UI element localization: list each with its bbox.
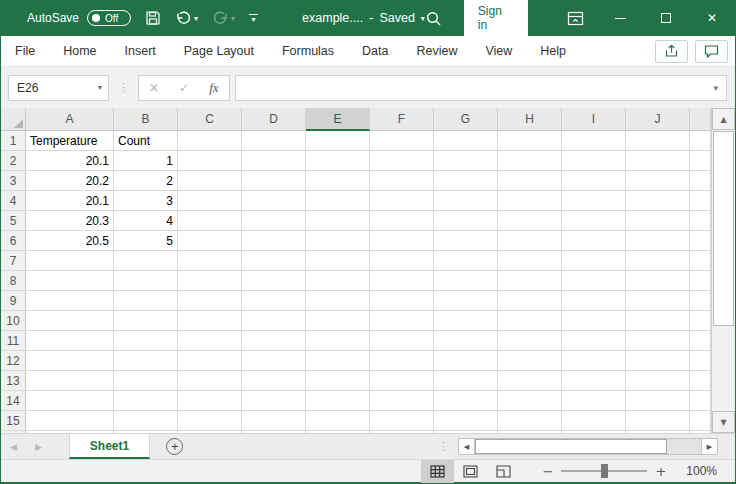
cell-J1[interactable] <box>626 131 690 151</box>
zoom-slider-thumb[interactable] <box>601 464 608 478</box>
document-title[interactable]: example.... - Saved ▾ <box>302 11 425 25</box>
cell-I4[interactable] <box>562 191 626 211</box>
cell-D3[interactable] <box>242 171 306 191</box>
redo-dropdown-icon[interactable]: ▾ <box>231 14 235 23</box>
row-header-9[interactable]: 9 <box>1 291 26 311</box>
cell-A11[interactable] <box>26 331 114 351</box>
horizontal-scroll-thumb[interactable] <box>475 439 667 454</box>
tab-review[interactable]: Review <box>402 36 471 66</box>
cancel-entry-icon[interactable]: ✕ <box>149 81 159 95</box>
cell-J14[interactable] <box>626 391 690 411</box>
cell-F14[interactable] <box>370 391 434 411</box>
cell-H11[interactable] <box>498 331 562 351</box>
cell-D4[interactable] <box>242 191 306 211</box>
scroll-down-icon[interactable]: ▼ <box>712 411 735 433</box>
cell-C11[interactable] <box>178 331 242 351</box>
close-button[interactable]: ✕ <box>689 0 735 36</box>
cell-I12[interactable] <box>562 351 626 371</box>
cell-B7[interactable] <box>114 251 178 271</box>
cell-H15[interactable] <box>498 411 562 431</box>
cell-B11[interactable] <box>114 331 178 351</box>
cell-J4[interactable] <box>626 191 690 211</box>
cell-A10[interactable] <box>26 311 114 331</box>
cell-J3[interactable] <box>626 171 690 191</box>
column-header-A[interactable]: A <box>26 108 114 131</box>
cell-J6[interactable] <box>626 231 690 251</box>
cell-H10[interactable] <box>498 311 562 331</box>
cell-A9[interactable] <box>26 291 114 311</box>
cell-G7[interactable] <box>434 251 498 271</box>
cell-F12[interactable] <box>370 351 434 371</box>
cell-C13[interactable] <box>178 371 242 391</box>
cell-E10[interactable] <box>306 311 370 331</box>
column-header-J[interactable]: J <box>626 108 690 131</box>
name-box-dropdown-icon[interactable]: ▾ <box>98 83 102 92</box>
cell-B9[interactable] <box>114 291 178 311</box>
cell-I7[interactable] <box>562 251 626 271</box>
tabbar-resize-dots-icon[interactable]: ⋮ <box>438 440 449 453</box>
zoom-out-icon[interactable]: − <box>534 464 561 479</box>
cell-B12[interactable] <box>114 351 178 371</box>
column-header-C[interactable]: C <box>178 108 242 131</box>
vertical-scroll-thumb[interactable] <box>713 131 734 326</box>
tab-file[interactable]: File <box>1 36 49 66</box>
save-button[interactable] <box>145 10 161 26</box>
cell-partial-3[interactable] <box>690 171 711 191</box>
row-header-1[interactable]: 1 <box>1 131 26 151</box>
cell-C2[interactable] <box>178 151 242 171</box>
tab-data[interactable]: Data <box>348 36 402 66</box>
cell-D6[interactable] <box>242 231 306 251</box>
cell-partial-13[interactable] <box>690 371 711 391</box>
cell-F7[interactable] <box>370 251 434 271</box>
cell-J2[interactable] <box>626 151 690 171</box>
cell-I15[interactable] <box>562 411 626 431</box>
cell-G14[interactable] <box>434 391 498 411</box>
row-header-4[interactable]: 4 <box>1 191 26 211</box>
cell-H4[interactable] <box>498 191 562 211</box>
cell-J13[interactable] <box>626 371 690 391</box>
cell-G10[interactable] <box>434 311 498 331</box>
cell-G2[interactable] <box>434 151 498 171</box>
cell-D2[interactable] <box>242 151 306 171</box>
cell-C8[interactable] <box>178 271 242 291</box>
cell-A12[interactable] <box>26 351 114 371</box>
cell-J12[interactable] <box>626 351 690 371</box>
row-header-5[interactable]: 5 <box>1 211 26 231</box>
cell-I2[interactable] <box>562 151 626 171</box>
cell-I6[interactable] <box>562 231 626 251</box>
cell-E2[interactable] <box>306 151 370 171</box>
cell-H5[interactable] <box>498 211 562 231</box>
cell-D10[interactable] <box>242 311 306 331</box>
column-header-H[interactable]: H <box>498 108 562 131</box>
column-header-G[interactable]: G <box>434 108 498 131</box>
cell-J10[interactable] <box>626 311 690 331</box>
cell-B8[interactable] <box>114 271 178 291</box>
cell-D9[interactable] <box>242 291 306 311</box>
new-sheet-button[interactable]: + <box>166 438 183 455</box>
insert-function-icon[interactable]: fx <box>209 80 218 96</box>
zoom-slider-track[interactable] <box>561 470 647 472</box>
cell-A7[interactable] <box>26 251 114 271</box>
cell-B6[interactable]: 5 <box>114 231 178 251</box>
cell-E9[interactable] <box>306 291 370 311</box>
next-sheet-icon[interactable]: ▶ <box>26 442 51 452</box>
cell-H13[interactable] <box>498 371 562 391</box>
cell-B15[interactable] <box>114 411 178 431</box>
maximize-button[interactable] <box>644 0 690 36</box>
tab-help[interactable]: Help <box>526 36 580 66</box>
column-header-E[interactable]: E <box>306 108 370 131</box>
redo-button[interactable]: ▾ <box>212 10 235 26</box>
cell-G6[interactable] <box>434 231 498 251</box>
cell-B10[interactable] <box>114 311 178 331</box>
cell-H14[interactable] <box>498 391 562 411</box>
cell-H8[interactable] <box>498 271 562 291</box>
cell-G11[interactable] <box>434 331 498 351</box>
cell-H12[interactable] <box>498 351 562 371</box>
share-button[interactable] <box>655 40 688 63</box>
zoom-in-icon[interactable]: + <box>647 464 674 479</box>
cell-D7[interactable] <box>242 251 306 271</box>
cell-F8[interactable] <box>370 271 434 291</box>
horizontal-scrollbar[interactable]: ◀ ▶ <box>458 438 718 455</box>
cell-A15[interactable] <box>26 411 114 431</box>
cell-C15[interactable] <box>178 411 242 431</box>
